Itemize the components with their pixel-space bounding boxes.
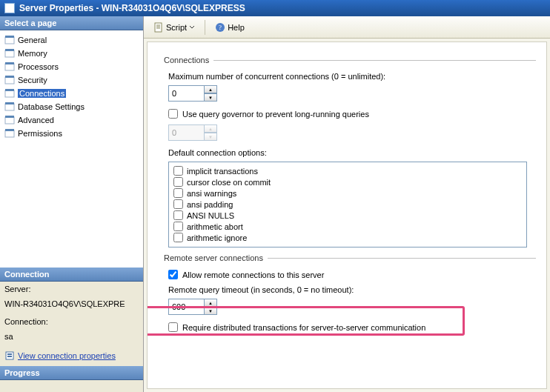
svg-rect-17 [7,353,12,355]
sidebar-item-connections[interactable]: Connections [0,87,143,100]
group-remote-label: Remote server connections [164,253,263,262]
svg-rect-6 [5,77,14,84]
spin-down-button[interactable]: ▼ [204,307,217,315]
spin-down-button[interactable]: ▼ [204,93,217,102]
page-icon [4,62,15,72]
help-icon: ? [215,22,225,33]
page-icon [4,102,15,112]
help-label: Help [228,23,245,32]
spin-up-button[interactable]: ▲ [204,85,217,93]
use-query-governor-label: Use query governor to prevent long-runni… [182,110,369,119]
group-remote-header: Remote server connections [164,253,536,262]
svg-rect-10 [5,104,14,110]
svg-rect-11 [5,102,14,104]
sidebar-item-advanced[interactable]: Advanced [0,113,143,127]
svg-rect-14 [5,130,14,137]
svg-rect-2 [5,50,14,57]
app-icon [4,3,15,13]
sidebar-item-label: Processors [18,62,59,71]
page-icon [4,128,15,139]
default-options-list[interactable]: implicit transactions cursor close on co… [168,162,527,248]
progress-panel [0,380,143,392]
page-icon [4,115,15,125]
script-button[interactable]: Script [150,20,199,35]
svg-rect-0 [5,37,14,44]
connection-panel: Server: WIN-R34031O4Q6V\SQLEXPRE Connect… [0,282,143,366]
connection-label: Connection: [4,316,139,327]
svg-rect-7 [5,76,14,78]
remote-timeout-input[interactable] [168,299,204,315]
spin-up-button: ▲ [204,124,217,133]
max-connections-spinner[interactable]: ▲ ▼ [168,85,217,102]
properties-icon [4,351,15,361]
opt-ansi-warnings-checkbox[interactable] [173,188,183,198]
spin-down-button: ▼ [204,133,217,141]
remote-timeout-label: Remote query timeout (in seconds, 0 = no… [168,285,536,294]
opt-arithmetic-abort-checkbox[interactable] [173,222,183,231]
sidebar-item-processors[interactable]: Processors [0,60,143,73]
group-connections-header: Connections [164,56,536,64]
select-page-header: Select a page [0,16,143,30]
progress-header: Progress [0,366,143,380]
sidebar-item-label: Database Settings [18,102,85,111]
allow-remote-checkbox[interactable] [168,270,178,279]
sidebar-item-label: Memory [18,49,47,58]
default-options-label: Default connection options: [168,148,536,157]
script-label: Script [166,23,187,32]
sidebar-item-label: Security [18,76,47,84]
opt-label: cursor close on commit [187,178,271,187]
sidebar-item-label: General [18,36,47,44]
svg-text:?: ? [219,24,222,31]
sidebar-item-permissions[interactable]: Permissions [0,127,143,140]
divider [268,258,536,259]
opt-arithmetic-ignore-checkbox[interactable] [173,233,183,242]
svg-rect-15 [5,129,14,131]
sidebar-item-database-settings[interactable]: Database Settings [0,100,143,113]
toolbar: Script ? Help [144,16,550,39]
page-icon [4,48,15,59]
chevron-down-icon [189,25,195,30]
opt-label: arithmetic ignore [187,233,247,242]
svg-rect-5 [5,62,14,64]
svg-rect-9 [5,89,14,91]
sidebar-item-label: Advanced [18,116,54,124]
right-column: Script ? Help Connections Maximum number… [144,16,550,392]
help-button[interactable]: ? Help [211,20,248,35]
content-area: Connections Maximum number of concurrent… [147,41,547,389]
opt-cursor-close-checkbox[interactable] [173,177,183,187]
remote-timeout-spinner[interactable]: ▲ ▼ [168,299,217,315]
layout: Select a page General Memory Processors … [0,16,550,392]
max-connections-input[interactable] [168,85,204,102]
svg-rect-8 [5,90,14,97]
divider [213,60,536,61]
sidebar-item-memory[interactable]: Memory [0,47,143,60]
sidebar-item-general[interactable]: General [0,33,143,47]
page-icon [4,88,15,99]
svg-rect-12 [5,117,14,124]
title-bar: Server Properties - WIN-R34031O4Q6V\SQLE… [0,0,550,16]
script-icon [153,22,164,33]
governor-value-input [168,124,204,141]
opt-label: ansi padding [187,200,233,209]
require-distributed-checkbox[interactable] [168,322,178,332]
page-list: General Memory Processors Security Conne… [0,30,143,268]
svg-rect-4 [5,64,14,70]
opt-label: arithmetic abort [187,222,243,231]
governor-value-spinner[interactable]: ▲ ▼ [168,124,217,141]
page-icon [4,75,15,85]
opt-label: ANSI NULLS [187,211,234,220]
opt-ansi-padding-checkbox[interactable] [173,199,183,209]
spin-up-button[interactable]: ▲ [204,299,217,307]
use-query-governor-checkbox[interactable] [168,109,178,119]
server-value: WIN-R34031O4Q6V\SQLEXPRE [4,299,139,309]
server-label: Server: [4,284,139,294]
require-distributed-label: Require distributed transactions for ser… [182,323,425,332]
opt-label: implicit transactions [187,167,258,176]
opt-ansi-nulls-checkbox[interactable] [173,210,183,220]
group-connections-label: Connections [164,56,209,64]
view-connection-properties-link[interactable]: View connection properties [18,351,116,360]
sidebar-item-security[interactable]: Security [0,73,143,87]
opt-implicit-transactions-checkbox[interactable] [173,166,183,176]
svg-rect-3 [5,49,14,51]
allow-remote-label: Allow remote connections to this server [182,270,324,279]
